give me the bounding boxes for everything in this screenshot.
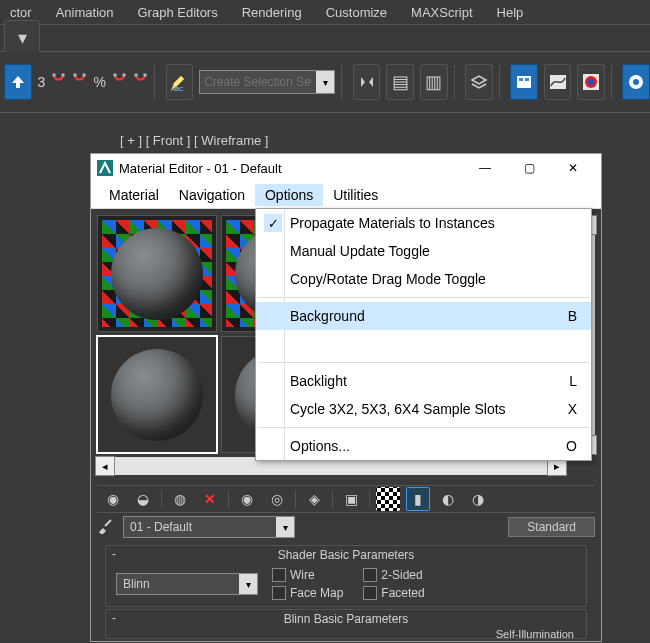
reset-map-icon[interactable]: ✕ bbox=[198, 487, 222, 511]
material-editor-menu: Material Navigation Options Utilities bbox=[91, 182, 601, 209]
menu-item[interactable]: Rendering bbox=[236, 2, 320, 23]
selection-set-input[interactable] bbox=[200, 73, 316, 91]
menu-item-copy-rotate[interactable]: Copy/Rotate Drag Mode Toggle bbox=[256, 265, 591, 293]
menu-item-manual-update[interactable]: Manual Update Toggle bbox=[256, 237, 591, 265]
menu-item[interactable]: Customize bbox=[320, 2, 405, 23]
menu-material[interactable]: Material bbox=[99, 184, 169, 206]
chevron-down-icon[interactable]: ▾ bbox=[276, 517, 294, 537]
mirror-icon[interactable] bbox=[353, 64, 381, 100]
separator bbox=[228, 490, 229, 508]
material-sphere-icon bbox=[111, 349, 203, 441]
angle-label: 3 bbox=[38, 74, 46, 90]
toolbar-row-3: 3 % ABC ▾ ▤ ▥ bbox=[0, 52, 650, 113]
shader-select[interactable]: Blinn ▾ bbox=[116, 573, 258, 595]
minimize-button[interactable]: — bbox=[463, 154, 507, 182]
menu-options[interactable]: Options bbox=[255, 184, 323, 206]
menu-item[interactable]: MAXScript bbox=[405, 2, 490, 23]
svg-rect-10 bbox=[519, 78, 523, 81]
main-menu-bar: ctor Animation Graph Editors Rendering C… bbox=[0, 0, 650, 25]
separator bbox=[161, 490, 162, 508]
check-icon: ✓ bbox=[264, 214, 282, 232]
facemap-checkbox[interactable]: Face Map bbox=[272, 586, 343, 600]
assign-to-selection-icon[interactable]: ◍ bbox=[168, 487, 192, 511]
wire-checkbox[interactable]: Wire bbox=[272, 568, 343, 582]
toolbar-row-2: ▾ bbox=[0, 25, 650, 52]
show-map-icon[interactable] bbox=[376, 487, 400, 511]
magnet-icon[interactable] bbox=[72, 72, 87, 92]
svg-rect-6 bbox=[135, 74, 138, 77]
menu-item[interactable]: Animation bbox=[50, 2, 132, 23]
separator bbox=[499, 65, 505, 99]
material-editor-icon[interactable] bbox=[577, 64, 605, 100]
menu-item-options[interactable]: Options... O bbox=[256, 432, 591, 460]
options-dropdown-menu: ✓ Propagate Materials to Instances Manua… bbox=[255, 208, 592, 461]
schematic-view-icon[interactable] bbox=[510, 64, 538, 100]
svg-rect-3 bbox=[83, 74, 86, 77]
menu-item-backlight[interactable]: Backlight L bbox=[256, 367, 591, 395]
magnet-icon[interactable] bbox=[133, 72, 148, 92]
material-id-icon[interactable]: ▣ bbox=[339, 487, 363, 511]
align-icon[interactable]: ▤ bbox=[386, 64, 414, 100]
svg-rect-1 bbox=[62, 74, 65, 77]
blinn-basic-parameters-rollout: Blinn Basic Parameters Self-Illumination bbox=[105, 609, 587, 639]
close-button[interactable]: ✕ bbox=[551, 154, 595, 182]
sample-slot-active[interactable] bbox=[97, 336, 217, 453]
layers-icon[interactable] bbox=[465, 64, 493, 100]
go-to-parent-icon[interactable]: ◐ bbox=[436, 487, 460, 511]
show-end-result-icon[interactable]: ▮ bbox=[406, 487, 430, 511]
material-name-combo[interactable]: 01 - Default ▾ bbox=[123, 516, 295, 538]
dropdown-icon[interactable]: ▾ bbox=[4, 20, 40, 56]
put-to-library-icon[interactable]: ◈ bbox=[302, 487, 326, 511]
sample-slot[interactable] bbox=[97, 215, 217, 332]
svg-point-15 bbox=[588, 79, 594, 85]
faceted-checkbox[interactable]: Faceted bbox=[363, 586, 424, 600]
curve-editor-icon[interactable] bbox=[544, 64, 572, 100]
menu-item-custom-bg bbox=[256, 330, 591, 358]
svg-rect-11 bbox=[525, 78, 529, 81]
self-illumination-label: Self-Illumination bbox=[106, 628, 586, 640]
app-icon bbox=[97, 160, 113, 176]
twosided-checkbox[interactable]: 2-Sided bbox=[363, 568, 424, 582]
menu-item[interactable]: Graph Editors bbox=[131, 2, 235, 23]
get-material-icon[interactable]: ◉ bbox=[101, 487, 125, 511]
shader-value: Blinn bbox=[117, 577, 239, 591]
separator bbox=[258, 362, 589, 363]
put-to-scene-icon[interactable]: ◒ bbox=[131, 487, 155, 511]
titlebar[interactable]: Material Editor - 01 - Default — ▢ ✕ bbox=[91, 154, 601, 182]
edit-named-selection-icon[interactable]: ABC bbox=[166, 64, 194, 100]
chevron-down-icon[interactable]: ▾ bbox=[316, 71, 334, 93]
make-copy-icon[interactable]: ◉ bbox=[235, 487, 259, 511]
menu-item-background[interactable]: Background B bbox=[256, 302, 591, 330]
material-type-button[interactable]: Standard bbox=[508, 517, 595, 537]
material-name-row: 01 - Default ▾ Standard bbox=[97, 515, 595, 539]
shader-basic-parameters-rollout: Shader Basic Parameters Blinn ▾ Wire 2-S… bbox=[105, 545, 587, 607]
selection-set-combo[interactable]: ▾ bbox=[199, 70, 335, 94]
menu-item[interactable]: Help bbox=[491, 2, 542, 23]
svg-rect-4 bbox=[113, 74, 116, 77]
material-name-label: 01 - Default bbox=[124, 520, 276, 534]
menu-navigation[interactable]: Navigation bbox=[169, 184, 255, 206]
scroll-left-icon[interactable]: ◂ bbox=[95, 456, 115, 476]
menu-utilities[interactable]: Utilities bbox=[323, 184, 388, 206]
render-setup-icon[interactable] bbox=[622, 64, 650, 100]
shortcut-label: X bbox=[548, 401, 577, 417]
svg-point-17 bbox=[633, 79, 639, 85]
magnet-icon[interactable] bbox=[112, 72, 127, 92]
menu-item-cycle-slots[interactable]: Cycle 3X2, 5X3, 6X4 Sample Slots X bbox=[256, 395, 591, 423]
viewport-label[interactable]: [ + ] [ Front ] [ Wireframe ] bbox=[120, 133, 268, 148]
maximize-button[interactable]: ▢ bbox=[507, 154, 551, 182]
separator bbox=[369, 490, 370, 508]
go-forward-icon[interactable]: ◑ bbox=[466, 487, 490, 511]
make-unique-icon[interactable]: ◎ bbox=[265, 487, 289, 511]
menu-item-propagate[interactable]: ✓ Propagate Materials to Instances bbox=[256, 209, 591, 237]
shortcut-label: O bbox=[546, 438, 577, 454]
rollout-header[interactable]: Blinn Basic Parameters bbox=[106, 610, 586, 628]
rollout-header[interactable]: Shader Basic Parameters bbox=[106, 546, 586, 564]
separator bbox=[454, 65, 460, 99]
pick-material-icon[interactable] bbox=[97, 518, 115, 537]
align-icon[interactable]: ▥ bbox=[420, 64, 448, 100]
magnet-icon[interactable] bbox=[51, 72, 66, 92]
svg-rect-0 bbox=[53, 74, 56, 77]
arrow-up-icon[interactable] bbox=[4, 64, 32, 100]
chevron-down-icon[interactable]: ▾ bbox=[239, 574, 257, 594]
